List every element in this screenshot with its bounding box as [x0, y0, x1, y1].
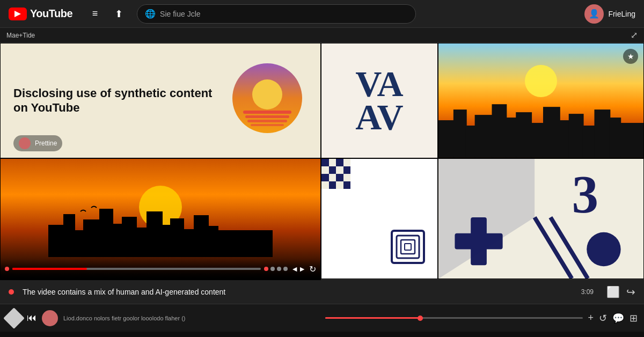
svg-rect-26: [112, 224, 123, 257]
svg-rect-24: [83, 219, 100, 257]
refresh-icon[interactable]: ↻: [309, 264, 316, 274]
player-track-title: Liod.donco nolors fietr goolor looolodo …: [63, 315, 321, 321]
ai-indicator-dot: [9, 289, 14, 295]
prev-next-arrows[interactable]: ◄►: [291, 265, 306, 273]
spiral-overlay: [389, 228, 427, 268]
svg-point-1: [252, 79, 282, 109]
svg-rect-28: [136, 228, 148, 257]
globe-icon: 🌐: [145, 9, 156, 19]
header: YouTube ≡ ⬆ 🌐 Sie fiue Jcle 👤 FrieLing: [0, 0, 644, 28]
control-dots: [264, 267, 288, 271]
svg-rect-8: [466, 126, 477, 158]
svg-rect-2: [243, 111, 291, 114]
subtitle-bar: Mae+Tide ⤢: [0, 28, 644, 43]
subtitle-text: Mae+Tide: [6, 32, 35, 39]
thumb-1-title: Disclosing use of synthetic content on Y…: [13, 86, 224, 115]
youtube-logo-icon: [9, 8, 27, 20]
svg-rect-39: [405, 244, 411, 250]
dot-3: [277, 267, 281, 271]
header-icons: ≡ ⬆: [85, 4, 128, 24]
svg-rect-38: [401, 240, 415, 254]
thumbnail-2[interactable]: VAAV: [321, 43, 438, 158]
video-controls: ◄► ↻: [1, 259, 320, 279]
ai-disclosure-text: The videe contains a mix of human and AI…: [23, 288, 573, 296]
svg-rect-30: [162, 225, 171, 257]
upload-icon-button[interactable]: ⬆: [109, 4, 128, 24]
svg-rect-35: [217, 230, 273, 257]
search-placeholder: Sie fiue Jcle: [160, 10, 200, 18]
player-track: Liod.donco nolors fietr goolor looolodo …: [63, 315, 582, 321]
play-button[interactable]: [3, 307, 25, 329]
svg-rect-3: [245, 115, 289, 118]
geometric-svg: 3: [438, 159, 643, 279]
svg-rect-20: [620, 123, 643, 158]
prev-icon[interactable]: ⏮: [27, 312, 36, 324]
expand-icon[interactable]: ⤢: [631, 30, 638, 40]
svg-rect-4: [247, 120, 287, 122]
thumbnail-grid: Disclosing use of synthetic content on Y…: [0, 43, 644, 279]
rec-dot: [5, 267, 9, 271]
player-right-controls: + ↺ 💬 ⊞: [588, 312, 638, 324]
thumbnail-7[interactable]: [0, 279, 321, 280]
menu-icon-button[interactable]: ≡: [85, 4, 105, 24]
svg-rect-16: [569, 114, 584, 158]
svg-rect-34: [208, 226, 218, 257]
thumbnail-6[interactable]: 3: [438, 158, 644, 279]
svg-rect-9: [475, 115, 494, 158]
svg-rect-25: [99, 209, 113, 257]
svg-rect-21: [48, 225, 64, 257]
youtube-logo: YouTube: [9, 8, 72, 20]
svg-rect-5: [251, 124, 284, 126]
svg-rect-12: [516, 112, 532, 158]
refresh-icon[interactable]: ↺: [599, 312, 607, 324]
player-progress-dot: [418, 316, 423, 321]
time-badge: 3:09: [581, 288, 594, 296]
thumbnail-4-player[interactable]: ◄► ↻: [0, 158, 321, 279]
svg-rect-14: [543, 107, 560, 158]
dot-1: [264, 267, 268, 271]
avatar[interactable]: 👤: [584, 4, 604, 24]
thumbnail-5[interactable]: [321, 158, 438, 279]
svg-rect-22: [63, 214, 75, 257]
player-bar: ⏮ Liod.donco nolors fietr goolor looolod…: [0, 304, 644, 332]
svg-rect-32: [183, 229, 195, 257]
svg-text:3: 3: [572, 165, 598, 223]
svg-rect-31: [170, 218, 184, 257]
player-progress-bar[interactable]: [325, 317, 583, 319]
svg-rect-17: [583, 126, 596, 158]
dog-illustration: [197, 279, 304, 280]
channel-avatar: [19, 137, 31, 149]
svg-rect-15: [559, 120, 570, 158]
thumbnail-3[interactable]: ★: [438, 43, 644, 158]
user-name: FrieLing: [608, 10, 635, 18]
ai-action-icons: ⬜ ↪: [606, 285, 635, 298]
queue-icon[interactable]: ↪: [626, 285, 635, 298]
svg-rect-23: [74, 230, 84, 257]
miniplayer-icon[interactable]: ⬜: [606, 285, 620, 298]
player-avatar: [42, 310, 58, 326]
progress-track[interactable]: [12, 268, 261, 270]
thumb-1-channel: Prettine: [13, 135, 62, 151]
svg-rect-37: [397, 236, 419, 258]
add-icon[interactable]: +: [588, 312, 594, 324]
header-right: 👤 FrieLing: [584, 4, 635, 24]
va-av-text: VAAV: [355, 68, 403, 133]
checkerboard: [321, 159, 350, 189]
svg-rect-33: [194, 215, 209, 257]
channel-name: Prettine: [35, 140, 57, 147]
city-silhouette: [1, 203, 320, 257]
svg-rect-18: [594, 109, 610, 158]
svg-rect-29: [147, 211, 163, 257]
thumbnail-1[interactable]: Disclosing use of synthetic content on Y…: [0, 43, 321, 158]
progress-fill: [12, 268, 87, 270]
svg-rect-7: [453, 109, 467, 158]
thumb-1-graphic: [232, 63, 308, 138]
grid-icon[interactable]: ⊞: [630, 312, 638, 324]
sun: [525, 65, 557, 97]
search-bar[interactable]: 🌐 Sie fiue Jcle: [137, 4, 416, 24]
dot-4: [283, 267, 288, 271]
youtube-logo-text: YouTube: [30, 8, 72, 20]
svg-rect-19: [609, 118, 621, 158]
bookmark-icon[interactable]: ★: [623, 49, 638, 64]
comment-icon[interactable]: 💬: [612, 312, 624, 324]
